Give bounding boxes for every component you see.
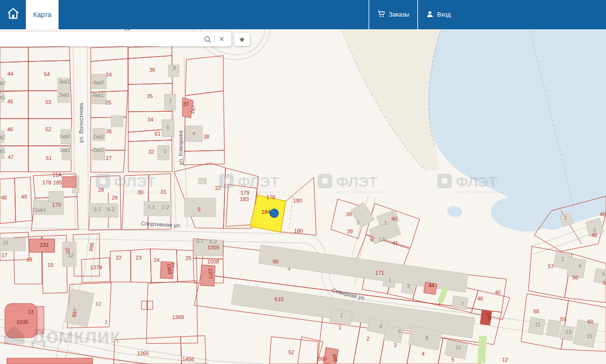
building xyxy=(546,320,561,337)
parcel-number: 58 xyxy=(533,308,539,314)
parcel-number: 62 xyxy=(96,301,101,307)
parcel-number: 1 xyxy=(339,324,342,330)
building xyxy=(452,296,468,310)
parcel-number: 180 xyxy=(293,198,302,203)
parcel-number: 96 xyxy=(273,259,279,264)
parcel-number: кв2 xyxy=(0,80,5,86)
orders-button[interactable]: Заказы xyxy=(368,0,417,29)
parcel-number: 5 xyxy=(603,280,606,286)
parcel-number: 3 xyxy=(356,220,359,225)
parcel-number: 5 xyxy=(451,357,454,363)
building xyxy=(111,116,123,127)
parcel-number: 6-2 xyxy=(209,239,217,244)
building xyxy=(199,178,206,184)
parcel-number: 1374 xyxy=(90,264,102,270)
parcel-number: 16 xyxy=(2,240,8,245)
favorites-button[interactable]: ★ xyxy=(234,33,250,46)
parcel-number: 24 xyxy=(154,257,160,263)
parcel-number: 22 xyxy=(116,255,121,261)
search-bar: ✕ xyxy=(0,32,231,46)
flet-watermark-caption: центр недвижимости xyxy=(456,190,504,194)
search-divider xyxy=(214,35,215,43)
parcel-number: 17 xyxy=(1,252,7,258)
parcel-number: 49 xyxy=(21,194,27,200)
parcel-number: 46 xyxy=(495,289,501,295)
street-label: ул. Волостнова xyxy=(78,103,84,143)
parcel-number: 35 xyxy=(147,93,153,99)
parcel-number: 10 xyxy=(455,344,461,350)
parcel-number: 60 xyxy=(587,319,593,324)
parcel-number: 6-1 xyxy=(196,238,204,244)
parcel-number: 52 xyxy=(288,349,294,355)
selected-location-marker[interactable] xyxy=(270,209,279,218)
parcel-number: 380 xyxy=(318,356,327,362)
parcel-number: 178 xyxy=(266,194,275,200)
parcel-number: 9-2 xyxy=(107,206,115,212)
parcel-number: 4 xyxy=(578,263,581,269)
parcel-number: 7 xyxy=(461,301,464,307)
map-canvas[interactable]: 2133445445534652475124252627363534613238… xyxy=(0,0,606,364)
parcel-number: 183 xyxy=(240,196,249,202)
parcel-number: 3 xyxy=(407,283,410,289)
parcel-number: 171 xyxy=(375,270,384,276)
parcel-number: 44 xyxy=(428,283,434,288)
parcel-number: 39 xyxy=(346,211,352,217)
parcel-number: 12 xyxy=(502,357,508,363)
home-button[interactable] xyxy=(0,0,26,29)
parcel-number: 24 xyxy=(106,72,112,78)
parcel-number: 1 xyxy=(564,215,567,221)
parcel-number: 4кв2 xyxy=(93,80,104,85)
parcel-number: 1363 xyxy=(166,263,173,275)
parcel-number: 11 xyxy=(535,322,540,327)
parcel-number: 2 xyxy=(366,336,369,342)
parcel-number: 184 xyxy=(262,209,270,215)
parcel-number: 3 xyxy=(163,148,166,154)
parcel-number: 1456 xyxy=(182,356,194,362)
flet-watermark-text: ФЛЭТ xyxy=(336,174,378,190)
parcel-number: 4 xyxy=(192,130,195,136)
clear-search-icon[interactable]: ✕ xyxy=(216,36,227,42)
parcel-number: 4кв1 xyxy=(93,92,104,98)
parcel-number: 52 xyxy=(45,126,51,132)
login-button[interactable]: Вход xyxy=(417,0,459,29)
parcel-number: 1кв1 xyxy=(60,147,71,153)
parcel-number: 185 xyxy=(53,180,62,185)
search-icon[interactable] xyxy=(202,35,213,43)
tab-map[interactable]: Карта xyxy=(26,0,59,29)
parcel-number: 27 xyxy=(106,155,112,161)
parcel-number: кв2 xyxy=(0,134,5,140)
flet-watermark-caption: центр недвижимости xyxy=(238,190,286,194)
parcel-number: 1009 xyxy=(207,244,219,250)
flet-watermark-text: ФЛЭТ xyxy=(114,174,156,190)
parcel-number: 45 xyxy=(7,99,13,104)
parcel-number: 7-2 xyxy=(162,204,169,210)
parcel-number: 41 xyxy=(392,240,398,246)
parcel-number: 5 xyxy=(166,124,169,130)
parcel-number: 9-1 xyxy=(94,206,101,212)
parcel-number: 38 xyxy=(203,134,209,140)
parcel-number: 29 xyxy=(112,195,118,201)
parcel-number: 5 xyxy=(198,206,201,212)
parcel-number: 231 xyxy=(40,242,49,248)
street-label: ул. Комарова xyxy=(178,130,183,165)
parcel-number: 2 xyxy=(561,256,564,262)
flet-watermark-caption: центр недвижимости xyxy=(115,190,162,194)
search-input[interactable] xyxy=(0,36,202,43)
parcel-number: 11А xyxy=(53,172,62,178)
parcel-number: 46 xyxy=(477,296,483,302)
home-icon xyxy=(6,7,20,22)
parcel-number: 179 xyxy=(52,202,61,208)
parcel-number: 48 xyxy=(1,195,7,201)
parcel-number: 4 xyxy=(379,324,382,329)
parcel-number: 12 xyxy=(68,252,74,258)
parcel-number: 6 xyxy=(602,271,605,277)
parcel-number: 1035 xyxy=(17,319,28,325)
parcel-number: 23 xyxy=(136,255,141,261)
parcel-number: 13 xyxy=(566,329,571,335)
parcel-number: 180 xyxy=(294,228,303,234)
parcel-number: кв1 xyxy=(0,94,5,100)
parcel-number: 32 xyxy=(148,149,154,155)
header-actions: Заказы Вход xyxy=(368,0,459,29)
parcel-number: 61 xyxy=(155,131,161,137)
parcel-number: 48 xyxy=(600,211,606,217)
